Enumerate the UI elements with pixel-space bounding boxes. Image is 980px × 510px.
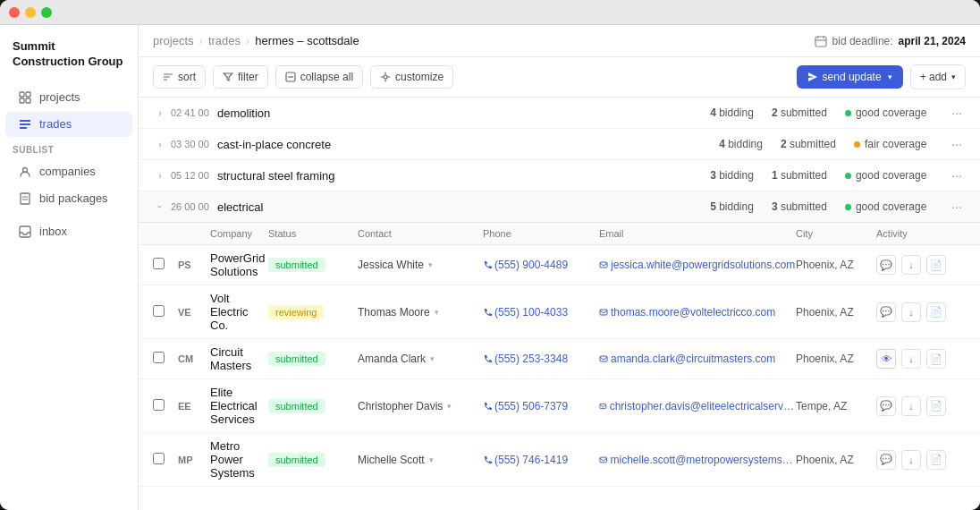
chat-icon[interactable]: 💬	[876, 450, 896, 470]
customize-button[interactable]: customize	[370, 65, 453, 89]
sidebar-item-trades[interactable]: trades	[5, 112, 132, 137]
sidebar-item-projects[interactable]: projects	[5, 85, 132, 110]
trade-more-menu[interactable]: ···	[948, 137, 966, 151]
bidding-count: 4 bidding	[710, 106, 754, 119]
row-status: submitted	[268, 453, 358, 467]
breadcrumb-trades[interactable]: trades	[208, 34, 241, 47]
th-phone: Phone	[483, 228, 599, 239]
trade-stats: 5 bidding 3 submitted good coverage	[710, 200, 926, 213]
row-contact[interactable]: Thomas Moore ▾	[358, 306, 483, 319]
doc-icon[interactable]: 📄	[926, 450, 946, 470]
row-contact[interactable]: Jessica White ▾	[358, 259, 483, 271]
coverage-dot	[845, 110, 851, 116]
download-icon[interactable]: ↓	[901, 450, 921, 470]
phone-icon	[483, 308, 492, 317]
row-phone[interactable]: (555) 506-7379	[483, 400, 599, 412]
row-checkbox[interactable]	[153, 453, 178, 467]
row-contact[interactable]: Michelle Scott ▾	[358, 454, 483, 466]
row-email[interactable]: christopher.davis@eliteelectricalservice…	[599, 400, 796, 412]
row-phone[interactable]: (555) 100-4033	[483, 306, 599, 319]
coverage-label: fair coverage	[865, 138, 926, 150]
row-company: PowerGrid Solutions	[210, 251, 268, 278]
collapse-all-button[interactable]: collapse all	[275, 65, 363, 89]
chat-icon[interactable]: 💬	[876, 255, 896, 275]
sidebar-item-companies[interactable]: companies	[5, 159, 132, 184]
send-icon	[807, 72, 818, 82]
chat-icon[interactable]: 💬	[876, 396, 896, 416]
download-icon[interactable]: ↓	[901, 302, 921, 322]
row-checkbox[interactable]	[153, 305, 178, 319]
status-badge: submitted	[268, 258, 325, 272]
th-status: Status	[268, 228, 358, 239]
trade-row-steel[interactable]: › 05 12 00 structural steel framing 3 bi…	[139, 160, 980, 191]
doc-icon[interactable]: 📄	[926, 255, 946, 275]
row-phone[interactable]: (555) 746-1419	[483, 454, 599, 466]
email-address: christopher.davis@eliteelectricalservice…	[610, 400, 796, 412]
contact-dropdown-icon: ▾	[428, 260, 433, 269]
row-phone[interactable]: (555) 253-3348	[483, 353, 599, 365]
sidebar-item-bid-packages[interactable]: bid packages	[5, 186, 132, 211]
svg-rect-23	[600, 310, 607, 315]
projects-icon	[18, 90, 32, 105]
trade-row-electrical[interactable]: › 26 00 00 electrical 5 bidding 3 submit…	[139, 191, 980, 223]
breadcrumb-projects[interactable]: projects	[153, 34, 194, 47]
row-email[interactable]: thomas.moore@voltelectricco.com	[599, 306, 796, 319]
row-company: Circuit Masters	[210, 345, 268, 372]
doc-icon[interactable]: 📄	[926, 302, 946, 322]
close-button[interactable]	[9, 7, 20, 18]
contact-name: Jessica White	[358, 259, 424, 271]
sidebar-item-label: companies	[39, 165, 96, 178]
svg-rect-5	[20, 123, 30, 125]
customize-icon	[380, 72, 391, 82]
row-contact[interactable]: Amanda Clark ▾	[358, 353, 483, 365]
filter-button[interactable]: filter	[213, 65, 268, 89]
chat-icon[interactable]: 💬	[876, 302, 896, 322]
row-company: Volt Electric Co.	[210, 292, 268, 332]
download-icon[interactable]: ↓	[901, 396, 921, 416]
row-email[interactable]: jessica.white@powergridsolutions.com	[599, 259, 796, 271]
main-content: projects › trades › hermes – scottsdale …	[139, 25, 980, 510]
row-email[interactable]: amanda.clark@circuitmasters.com	[599, 353, 796, 365]
trade-row-demolition[interactable]: › 02 41 00 demolition 4 bidding 2 submit…	[139, 98, 980, 129]
trade-row-concrete[interactable]: › 03 30 00 cast-in-place concrete 4 bidd…	[139, 129, 980, 160]
status-badge: submitted	[268, 453, 325, 467]
coverage-label: good coverage	[856, 106, 926, 119]
sidebar-item-inbox[interactable]: inbox	[5, 219, 132, 244]
svg-rect-4	[20, 120, 30, 122]
row-checkbox[interactable]	[153, 399, 178, 413]
row-email[interactable]: michelle.scott@metropowersystems.com	[599, 454, 796, 466]
doc-icon[interactable]: 📄	[926, 396, 946, 416]
phone-icon	[483, 260, 492, 269]
email-address: amanda.clark@circuitmasters.com	[611, 353, 775, 365]
coverage-badge: fair coverage	[854, 138, 926, 150]
contact-dropdown-icon: ▾	[435, 308, 439, 317]
svg-rect-1	[26, 92, 30, 97]
row-phone[interactable]: (555) 900-4489	[483, 259, 599, 271]
trade-more-menu[interactable]: ···	[948, 200, 966, 214]
row-activity: 💬 ↓ 📄	[876, 255, 966, 275]
doc-icon[interactable]: 📄	[926, 349, 946, 369]
th-email: Email	[599, 228, 796, 239]
eye-icon[interactable]: 👁	[876, 349, 896, 369]
svg-rect-24	[600, 356, 607, 361]
sort-button[interactable]: sort	[153, 65, 206, 89]
row-contact[interactable]: Christopher Davis ▾	[358, 400, 483, 412]
maximize-button[interactable]	[41, 7, 52, 18]
download-icon[interactable]: ↓	[901, 255, 921, 275]
sidebar-item-label: projects	[39, 90, 80, 104]
row-checkbox[interactable]	[153, 352, 178, 366]
add-button[interactable]: + add ▾	[910, 64, 966, 89]
row-checkbox[interactable]	[153, 258, 178, 272]
trade-more-menu[interactable]: ···	[948, 106, 966, 120]
status-badge: submitted	[268, 352, 325, 366]
sidebar: Summit Construction Group projects	[0, 25, 139, 510]
send-update-button[interactable]: send update ▾	[797, 65, 903, 89]
th-activity: Activity	[876, 228, 966, 239]
trade-more-menu[interactable]: ···	[948, 168, 966, 183]
submitted-count: 3 submitted	[772, 200, 827, 213]
contact-name: Amanda Clark	[358, 353, 426, 365]
coverage-dot	[854, 141, 860, 148]
download-icon[interactable]: ↓	[901, 349, 921, 369]
row-activity: 💬 ↓ 📄	[876, 396, 966, 416]
minimize-button[interactable]	[25, 7, 36, 18]
